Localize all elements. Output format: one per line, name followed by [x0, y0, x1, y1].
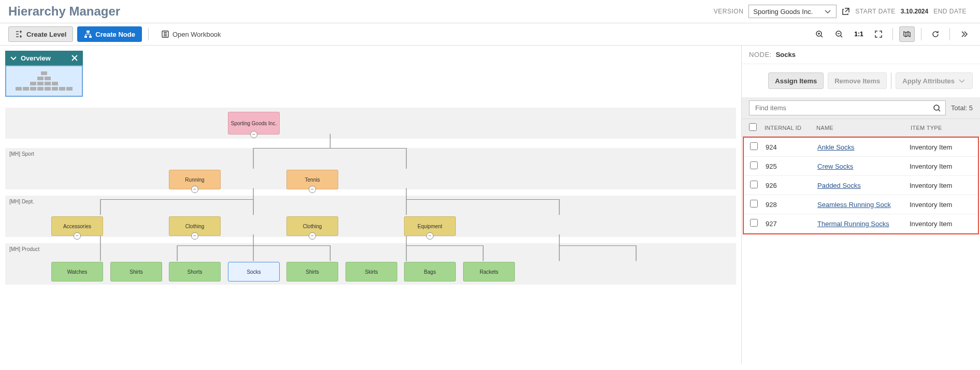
search-input[interactable] — [754, 102, 933, 113]
overview-minimap[interactable] — [5, 65, 83, 97]
item-link[interactable]: Padded Socks — [817, 182, 861, 189]
apply-attributes-button[interactable]: Apply Attributes — [896, 72, 973, 89]
level-label-product: [MH] Product — [9, 246, 39, 252]
node-socks[interactable]: Socks — [228, 262, 280, 282]
search-input-wrapper[interactable] — [749, 100, 946, 115]
chevron-down-icon[interactable] — [9, 54, 18, 62]
cell-id: 925 — [766, 162, 817, 170]
version-value: Sporting Goods Inc. — [753, 8, 813, 16]
row-checkbox[interactable] — [750, 200, 758, 208]
node-running[interactable]: Running − — [169, 170, 221, 189]
node-accessories[interactable]: Accessories − — [51, 216, 103, 236]
collapse-toggle[interactable]: − — [74, 232, 81, 240]
total-count: Total: 5 — [951, 104, 973, 112]
node-name: Socks — [776, 51, 796, 58]
collapse-toggle[interactable]: − — [426, 232, 434, 240]
col-id-header[interactable]: INTERNAL ID — [765, 125, 816, 131]
cell-type: Inventory Item — [910, 143, 972, 151]
node-root[interactable]: Sporting Goods Inc. − — [228, 112, 280, 135]
items-table: 924Ankle SocksInventory Item925Crew Sock… — [743, 137, 979, 234]
refresh-icon — [931, 30, 940, 38]
svg-point-6 — [934, 105, 939, 110]
cell-id: 928 — [766, 201, 817, 209]
create-node-button[interactable]: Create Node — [77, 26, 142, 42]
node-shorts[interactable]: Shorts — [169, 262, 221, 282]
divider — [148, 28, 149, 40]
cell-name: Ankle Socks — [817, 143, 910, 151]
level-band-dept: [MH] Dept. — [5, 196, 736, 237]
node-label: NODE: — [749, 51, 772, 58]
cell-name: Seamless Running Sock — [817, 201, 910, 209]
fullscreen-button[interactable] — [871, 26, 886, 42]
node-skirts[interactable]: Skirts — [345, 262, 397, 282]
row-checkbox[interactable] — [750, 219, 758, 227]
chevron-double-right-icon — [960, 30, 968, 38]
hierarchy-canvas[interactable]: [MH] Sport [MH] Dept. [MH] Product — [0, 46, 742, 364]
overview-panel[interactable]: Overview — [5, 51, 83, 97]
version-dropdown[interactable]: Sporting Goods Inc. — [748, 5, 837, 18]
node-icon — [84, 30, 92, 38]
svg-rect-2 — [89, 36, 92, 38]
cell-type: Inventory Item — [910, 220, 972, 228]
level-band-sport: [MH] Sport — [5, 148, 736, 189]
collapse-toggle[interactable]: − — [191, 186, 198, 193]
table-row: 926Padded SocksInventory Item — [744, 176, 978, 195]
collapse-toggle[interactable]: − — [309, 186, 316, 193]
workbook-icon — [161, 30, 169, 38]
item-link[interactable]: Thermal Running Socks — [817, 220, 889, 228]
cell-name: Thermal Running Socks — [817, 220, 910, 228]
item-link[interactable]: Ankle Socks — [817, 143, 855, 151]
start-date-label: START DATE — [855, 8, 895, 15]
divider — [949, 28, 950, 40]
level-band-root — [5, 108, 736, 139]
col-name-header[interactable]: NAME — [816, 125, 911, 131]
level-label-dept: [MH] Dept. — [9, 199, 34, 204]
zoom-in-icon — [815, 30, 824, 38]
open-workbook-button[interactable]: Open Workbook — [155, 27, 227, 41]
cell-name: Padded Socks — [817, 182, 910, 189]
zoom-out-icon — [835, 30, 843, 38]
item-link[interactable]: Seamless Running Sock — [817, 201, 891, 209]
item-link[interactable]: Crew Socks — [817, 162, 853, 170]
node-watches[interactable]: Watches — [51, 262, 103, 282]
collapse-toggle[interactable]: − — [309, 232, 316, 240]
node-clothing-2[interactable]: Clothing − — [286, 216, 338, 236]
row-checkbox[interactable] — [750, 142, 758, 150]
row-checkbox[interactable] — [750, 161, 758, 169]
assign-items-button[interactable]: Assign Items — [768, 72, 824, 89]
row-checkbox[interactable] — [750, 181, 758, 188]
minimap-toggle-button[interactable] — [899, 26, 915, 42]
select-all-checkbox[interactable] — [749, 123, 757, 131]
refresh-button[interactable] — [928, 26, 943, 42]
close-icon[interactable] — [70, 54, 79, 62]
create-level-button[interactable]: Create Level — [8, 26, 73, 42]
node-tennis[interactable]: Tennis − — [286, 170, 338, 189]
zoom-out-button[interactable] — [831, 26, 847, 42]
node-shirts-2[interactable]: Shirts — [286, 262, 338, 282]
external-link-icon[interactable] — [842, 7, 850, 16]
col-type-header[interactable]: ITEM TYPE — [911, 125, 973, 131]
node-equipment[interactable]: Equipment − — [404, 216, 456, 236]
map-icon — [903, 30, 911, 38]
remove-items-button[interactable]: Remove Items — [828, 72, 887, 89]
node-rackets[interactable]: Rackets — [463, 262, 515, 282]
collapse-toggle[interactable]: − — [250, 131, 257, 138]
zoom-reset-button[interactable]: 1:1 — [851, 26, 867, 42]
node-bags[interactable]: Bags — [404, 262, 456, 282]
zoom-in-button[interactable] — [812, 26, 827, 42]
node-clothing-1[interactable]: Clothing − — [169, 216, 221, 236]
search-icon[interactable] — [933, 104, 941, 112]
cell-type: Inventory Item — [910, 201, 972, 209]
cell-name: Crew Socks — [817, 162, 910, 170]
table-row: 924Ankle SocksInventory Item — [744, 138, 978, 157]
cell-type: Inventory Item — [910, 162, 972, 170]
svg-rect-1 — [84, 36, 87, 38]
more-button[interactable] — [956, 26, 972, 42]
start-date-value: 3.10.2024 — [901, 8, 928, 15]
table-row: 925Crew SocksInventory Item — [744, 157, 978, 176]
collapse-toggle[interactable]: − — [191, 232, 198, 240]
svg-rect-0 — [87, 31, 90, 33]
cell-id: 927 — [766, 220, 817, 228]
node-shirts-1[interactable]: Shirts — [110, 262, 162, 282]
cell-type: Inventory Item — [910, 182, 972, 189]
